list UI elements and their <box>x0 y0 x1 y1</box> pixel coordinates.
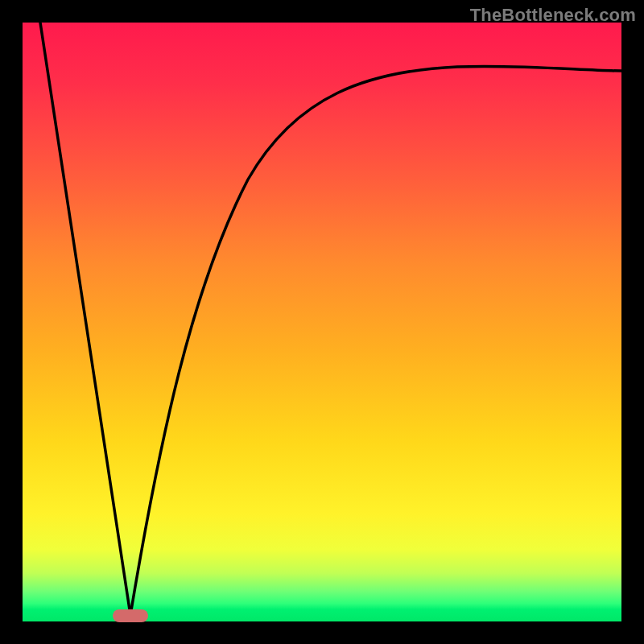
left-slope-line <box>40 23 130 615</box>
chart-frame: TheBottleneck.com <box>0 0 644 644</box>
optimal-point-marker <box>113 609 148 622</box>
curve-layer <box>23 23 621 621</box>
right-rising-curve <box>130 66 621 615</box>
watermark-text: TheBottleneck.com <box>470 5 636 26</box>
plot-area <box>23 23 621 621</box>
